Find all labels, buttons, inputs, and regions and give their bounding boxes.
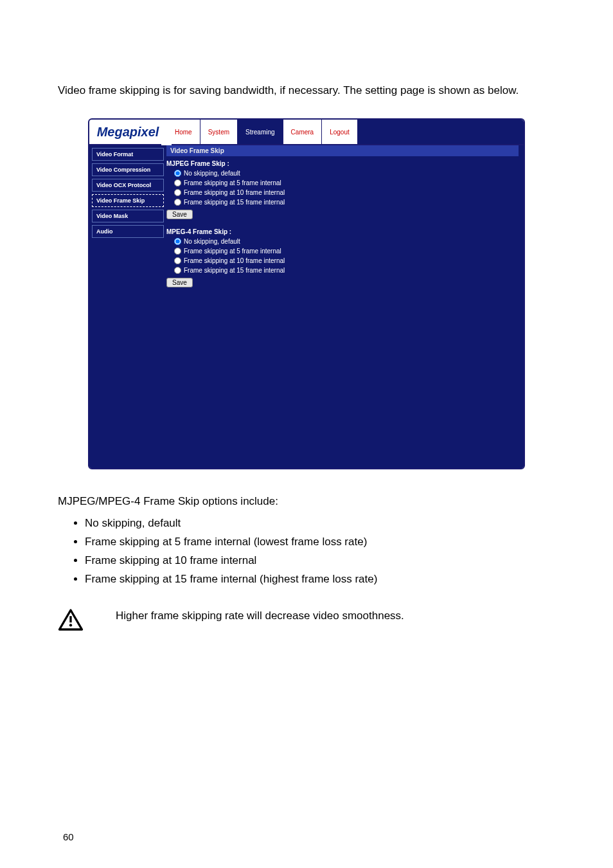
radio-label: No skipping, default xyxy=(184,170,240,177)
mjpeg-group-title: MJPEG Frame Skip : xyxy=(166,160,519,167)
radio-label: No skipping, default xyxy=(184,238,240,245)
mjpeg-radio-none[interactable]: No skipping, default xyxy=(166,168,519,178)
sidebar-item-video-frame-skip[interactable]: Video Frame Skip xyxy=(92,194,164,207)
options-list: No skipping, default Frame skipping at 5… xyxy=(85,514,555,589)
options-intro: MJPEG/MPEG-4 Frame Skip options include: xyxy=(58,495,555,508)
mpeg4-group-title: MPEG-4 Frame Skip : xyxy=(166,228,519,235)
intro-text: Video frame skipping is for saving bandw… xyxy=(58,82,555,99)
mpeg4-save-button[interactable]: Save xyxy=(166,278,193,287)
list-item: No skipping, default xyxy=(85,514,555,533)
tab-logout[interactable]: Logout xyxy=(321,120,357,144)
page-number: 60 xyxy=(63,831,74,842)
svg-rect-0 xyxy=(69,616,71,622)
radio-label: Frame skipping at 10 frame internal xyxy=(184,189,285,196)
radio-label: Frame skipping at 15 frame internal xyxy=(184,199,285,206)
radio-input[interactable] xyxy=(174,199,181,206)
radio-label: Frame skipping at 5 frame internal xyxy=(184,179,281,186)
radio-input[interactable] xyxy=(174,179,181,186)
list-item: Frame skipping at 10 frame internal xyxy=(85,552,555,570)
note-row: Higher frame skipping rate will decrease… xyxy=(58,608,555,634)
sidebar-item-audio[interactable]: Audio xyxy=(92,225,164,238)
app-screenshot: Megapixel Home System Streaming Camera L… xyxy=(88,118,525,469)
mpeg4-radio-10[interactable]: Frame skipping at 10 frame internal xyxy=(166,256,519,266)
mjpeg-save-button[interactable]: Save xyxy=(166,210,193,219)
logo: Megapixel xyxy=(89,120,166,144)
logo-text: Megapixel xyxy=(97,125,159,140)
panel-title: Video Frame Skip xyxy=(166,145,519,156)
tab-system[interactable]: System xyxy=(200,120,237,144)
mpeg4-radio-none[interactable]: No skipping, default xyxy=(166,237,519,246)
radio-input[interactable] xyxy=(174,248,181,255)
warning-icon xyxy=(58,608,84,634)
tab-streaming[interactable]: Streaming xyxy=(237,120,283,144)
sidebar: Video Format Video Compression Video OCX… xyxy=(89,145,166,468)
svg-point-1 xyxy=(69,624,72,626)
sidebar-item-video-ocx[interactable]: Video OCX Protocol xyxy=(92,179,164,192)
mjpeg-radio-5[interactable]: Frame skipping at 5 frame internal xyxy=(166,178,519,188)
app-header: Megapixel Home System Streaming Camera L… xyxy=(89,120,524,145)
radio-label: Frame skipping at 15 frame internal xyxy=(184,267,285,274)
sidebar-item-video-format[interactable]: Video Format xyxy=(92,148,164,161)
radio-input[interactable] xyxy=(174,170,181,177)
sidebar-item-video-compression[interactable]: Video Compression xyxy=(92,163,164,176)
mpeg4-radio-15[interactable]: Frame skipping at 15 frame internal xyxy=(166,266,519,275)
note-text: Higher frame skipping rate will decrease… xyxy=(116,608,555,622)
content-panel: Video Frame Skip MJPEG Frame Skip : No s… xyxy=(166,145,524,468)
sidebar-item-video-mask[interactable]: Video Mask xyxy=(92,210,164,222)
radio-label: Frame skipping at 5 frame internal xyxy=(184,248,281,255)
tab-spacer xyxy=(357,120,524,144)
tab-camera[interactable]: Camera xyxy=(283,120,322,144)
app-body: Video Format Video Compression Video OCX… xyxy=(89,145,524,468)
radio-input[interactable] xyxy=(174,189,181,196)
list-item: Frame skipping at 5 frame internal (lowe… xyxy=(85,533,555,552)
mjpeg-radio-10[interactable]: Frame skipping at 10 frame internal xyxy=(166,188,519,197)
list-item: Frame skipping at 15 frame internal (hig… xyxy=(85,570,555,589)
radio-label: Frame skipping at 10 frame internal xyxy=(184,257,285,264)
mpeg4-radio-5[interactable]: Frame skipping at 5 frame internal xyxy=(166,246,519,256)
tab-bar: Home System Streaming Camera Logout xyxy=(166,120,524,144)
mjpeg-radio-15[interactable]: Frame skipping at 15 frame internal xyxy=(166,197,519,207)
radio-input[interactable] xyxy=(174,257,181,264)
radio-input[interactable] xyxy=(174,238,181,245)
radio-input[interactable] xyxy=(174,267,181,274)
